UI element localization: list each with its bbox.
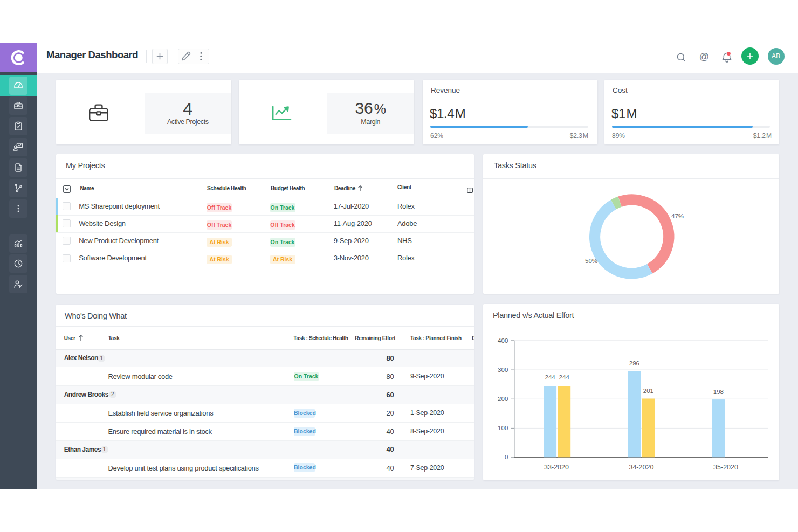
svg-text:33-2020: 33-2020 [544,464,569,471]
svg-text:47%: 47% [671,213,684,219]
svg-text:0: 0 [504,454,507,460]
svg-text:201: 201 [643,388,653,394]
svg-text:200: 200 [498,396,508,402]
svg-text:34-2020: 34-2020 [629,464,653,471]
svg-text:35-2020: 35-2020 [713,464,738,471]
svg-text:100: 100 [498,425,508,431]
svg-text:244: 244 [559,374,569,381]
svg-text:300: 300 [498,367,508,373]
svg-text:296: 296 [629,360,639,367]
svg-text:198: 198 [713,389,723,395]
svg-text:50%: 50% [585,258,597,264]
svg-text:400: 400 [498,337,508,344]
svg-text:244: 244 [545,374,555,381]
